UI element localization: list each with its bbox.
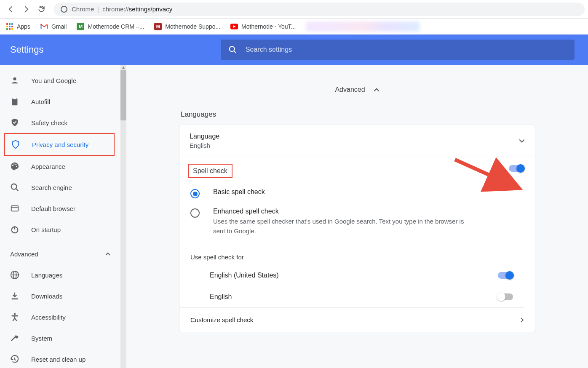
svg-point-7 — [15, 164, 16, 165]
back-button[interactable] — [3, 2, 19, 17]
sidebar-item-label: Autofill — [31, 98, 50, 105]
sidebar-advanced[interactable]: Advanced — [0, 243, 120, 264]
svg-rect-4 — [13, 98, 16, 99]
chevron-down-icon — [519, 139, 525, 143]
sidebar-item-label: Default browser — [31, 205, 75, 212]
spell-lang-en: English — [179, 286, 524, 308]
mothernode-icon: M — [77, 23, 84, 30]
sidebar-item-on-startup[interactable]: On startup — [0, 219, 120, 240]
chevron-up-icon — [374, 88, 380, 92]
sidebar-item-downloads[interactable]: Downloads — [0, 285, 120, 307]
svg-point-15 — [14, 313, 16, 315]
language-name: English (United States) — [210, 272, 279, 279]
sidebar-item-privacy-security[interactable]: Privacy and security — [5, 134, 114, 155]
palette-icon — [10, 162, 19, 171]
bookmark-gmail[interactable]: Gmail — [40, 23, 67, 30]
reload-button[interactable] — [34, 2, 49, 17]
sidebar: You and Google Autofill Safety check Pri… — [0, 65, 120, 368]
power-icon — [10, 225, 19, 234]
languages-card: Language English Spell check Basi — [179, 125, 535, 332]
bookmark-mothernode-crm[interactable]: M Mothernode CRM –... — [77, 23, 144, 30]
chevron-right-icon — [521, 317, 524, 323]
enhanced-spell-check-option[interactable]: Enhanced spell check Uses the same spell… — [179, 203, 535, 243]
svg-rect-3 — [12, 99, 18, 106]
svg-point-1 — [230, 46, 235, 51]
advanced-label: Advanced — [335, 86, 365, 93]
wrench-icon — [10, 333, 19, 343]
sidebar-item-label: Downloads — [31, 293, 62, 300]
language-row-title: Language — [190, 133, 512, 140]
url-divider: | — [97, 5, 99, 13]
scroll-thumb[interactable] — [120, 70, 126, 120]
redacted-bookmarks — [306, 21, 420, 32]
bookmark-label: Mothernode Suppo... — [165, 23, 220, 30]
svg-point-2 — [13, 77, 16, 80]
sidebar-item-label: Privacy and security — [32, 141, 88, 148]
apps-icon — [6, 23, 13, 30]
browser-icon — [10, 204, 19, 213]
sidebar-item-search-engine[interactable]: Search engine — [0, 177, 120, 198]
settings-search[interactable] — [221, 40, 575, 60]
address-bar[interactable]: Chrome | chrome:// settings/privacy — [54, 3, 585, 16]
bookmark-label: Mothernode CRM –... — [88, 23, 144, 30]
sidebar-item-label: On startup — [31, 226, 61, 233]
sidebar-item-label: System — [31, 335, 52, 342]
bookmark-mothernode-youtube[interactable]: Mothernode - YouT... — [230, 23, 296, 30]
customize-spell-check[interactable]: Customize spell check — [179, 308, 535, 332]
sidebar-item-autofill[interactable]: Autofill — [0, 91, 120, 112]
bookmark-apps[interactable]: Apps — [6, 23, 30, 30]
url-path: settings/privacy — [129, 5, 172, 13]
spell-check-label: Spell check — [193, 167, 227, 174]
youtube-icon — [230, 23, 238, 30]
sidebar-item-reset-cleanup[interactable]: Reset and clean up — [0, 349, 120, 368]
globe-icon — [10, 270, 19, 280]
svg-point-9 — [11, 184, 17, 189]
main-area: You and Google Autofill Safety check Pri… — [0, 65, 588, 368]
sidebar-item-safety-check[interactable]: Safety check — [0, 112, 120, 133]
gmail-icon — [40, 23, 48, 30]
annotation-highlight-sidebar: Privacy and security — [4, 133, 115, 156]
forward-button[interactable] — [19, 2, 34, 17]
bookmark-mothernode-support[interactable]: M Mothernode Suppo... — [154, 23, 220, 30]
browser-toolbar: Chrome | chrome:// settings/privacy — [0, 0, 588, 19]
section-label-languages: Languages — [179, 110, 535, 125]
svg-rect-10 — [11, 206, 19, 211]
language-row[interactable]: Language English — [179, 125, 535, 157]
mothernode-icon: M — [154, 23, 162, 30]
spell-lang-toggle[interactable] — [498, 272, 513, 279]
sidebar-item-label: You and Google — [31, 77, 76, 84]
spell-check-toggle[interactable] — [509, 165, 524, 172]
svg-rect-14 — [12, 299, 18, 300]
clipboard-icon — [10, 97, 19, 106]
sidebar-item-label: Accessibility — [31, 314, 66, 321]
sidebar-item-label: Advanced — [10, 251, 38, 258]
sidebar-item-default-browser[interactable]: Default browser — [0, 198, 120, 219]
basic-spell-check-option[interactable]: Basic spell check — [179, 184, 535, 203]
sidebar-scrollbar[interactable]: ▲ — [120, 65, 126, 368]
sidebar-item-system[interactable]: System — [0, 328, 120, 349]
sidebar-item-label: Safety check — [31, 119, 67, 126]
sidebar-item-appearance[interactable]: Appearance — [0, 156, 120, 177]
radio-description: Uses the same spell checker that's used … — [213, 217, 466, 236]
use-spell-check-for-label: Use spell check for — [179, 243, 535, 265]
spell-lang-toggle[interactable] — [498, 293, 513, 300]
bookmark-label: Gmail — [51, 23, 67, 30]
shield-icon — [11, 140, 20, 149]
search-icon — [228, 45, 237, 54]
bookmarks-bar: Apps Gmail M Mothernode CRM –... M Mothe… — [0, 19, 588, 35]
radio-checked-icon[interactable] — [190, 189, 200, 198]
radio-unchecked-icon[interactable] — [190, 208, 200, 218]
advanced-section-toggle[interactable]: Advanced — [179, 73, 535, 110]
search-icon — [10, 183, 19, 192]
sidebar-item-accessibility[interactable]: Accessibility — [0, 307, 120, 328]
bookmark-label: Apps — [17, 23, 30, 30]
accessibility-icon — [10, 312, 19, 322]
settings-search-input[interactable] — [246, 46, 567, 53]
language-row-value: English — [190, 142, 512, 149]
content: Advanced Languages Language English — [126, 65, 588, 368]
sidebar-item-you-google[interactable]: You and Google — [0, 70, 120, 91]
radio-label: Enhanced spell check — [213, 208, 466, 215]
sidebar-item-label: Reset and clean up — [31, 356, 86, 363]
chrome-icon — [61, 6, 67, 13]
sidebar-item-languages[interactable]: Languages — [0, 264, 120, 285]
